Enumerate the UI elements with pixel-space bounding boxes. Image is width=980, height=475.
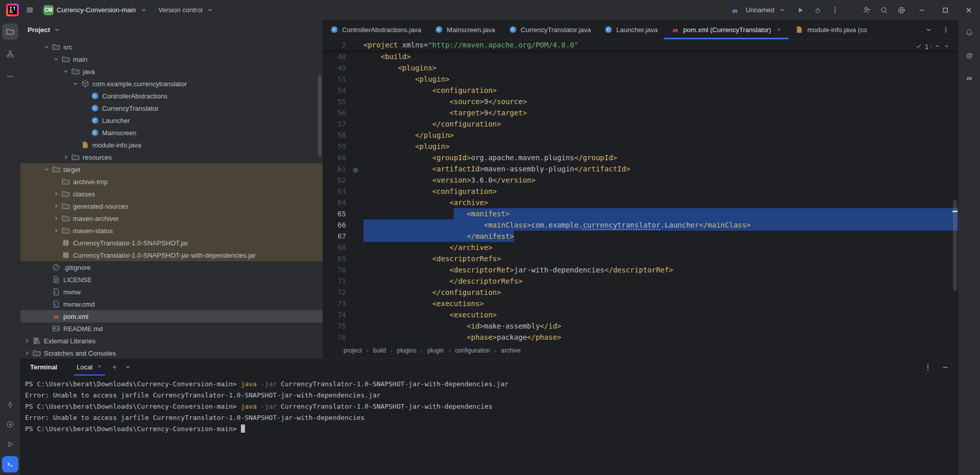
tree-item-com-example-currencytranslator[interactable]: com.example.currencytranslator [20,78,323,90]
tree-item-generated-sources[interactable]: generated-sources [20,200,323,212]
code-line[interactable]: 69 <descriptorRefs> [323,253,958,264]
close-tab-icon[interactable] [776,27,782,33]
run-tool-button[interactable] [2,436,18,453]
code-line[interactable]: 48 <build> [323,51,958,62]
window-maximize-button[interactable] [934,0,957,20]
code-line[interactable]: 67 </manifest> [323,231,958,242]
breadcrumb-build[interactable]: build [373,347,386,354]
commit-tool-button[interactable] [2,396,18,413]
project-tool-button[interactable] [2,23,18,40]
code-with-me-icon[interactable] [859,3,875,18]
breadcrumb-plugins[interactable]: plugins [397,347,416,354]
tree-item-module-info-java[interactable]: module-info.java [20,139,323,151]
tab-launcher-java[interactable]: CLauncher.java [598,20,665,39]
code-line[interactable]: 72 </configuration> [323,287,958,298]
code-line[interactable]: 68 </archive> [323,242,958,253]
tree-item-license[interactable]: LICENSE [20,273,323,286]
code-line[interactable]: 73 <executions> [323,298,958,309]
tab-mainscreen-java[interactable]: CMainscreen.java [428,20,502,39]
terminal-options-icon[interactable] [921,361,935,374]
tree-item-currencytranslator-1-0-snapshot-jar-with-dependencies-jar[interactable]: CurrencyTranslator-1.0-SNAPSHOT-jar-with… [20,249,323,261]
main-menu-icon[interactable] [21,3,38,18]
tree-item-src[interactable]: src [20,41,323,53]
tab-pom-xml-currencytranslator[interactable]: mpom.xml (CurrencyTranslator) [664,20,788,39]
tree-item-currencytranslator[interactable]: CCurrencyTranslator [20,102,323,114]
terminal-tool-button[interactable] [2,456,18,472]
tree-item-maven-archiver[interactable]: maven-archiver [20,212,323,224]
window-close-button[interactable] [958,0,980,20]
services-tool-button[interactable] [2,416,18,433]
breadcrumb-plugin[interactable]: plugin [427,347,444,354]
code-line[interactable]: 56 <target>9</target> [323,107,958,118]
tab-controllerabstractions-java[interactable]: CControllerAbstractions.java [323,20,428,39]
breadcrumb-configuration[interactable]: configuration [455,347,490,354]
new-terminal-icon[interactable] [108,361,121,374]
tree-item-mvnw[interactable]: mvnw [20,286,323,298]
code-line[interactable]: 66 <mainClass>com.example.currencytransl… [323,219,958,231]
code-line[interactable]: 59 <plugin> [323,141,958,152]
structure-tool-button[interactable] [2,46,18,62]
breadcrumb-project[interactable]: project [344,347,362,354]
code-line[interactable]: 65 <manifest> [323,208,958,219]
terminal-output[interactable]: PS C:\Users\berat\Downloads\Currency-Con… [20,376,958,475]
code-line[interactable]: 62 <version>3.6.0</version> [323,174,958,186]
chevron-open-icon[interactable] [42,165,51,174]
code-line[interactable]: 60 <groupId>org.apache.maven.plugins</gr… [323,152,958,163]
tree-item-external-libraries[interactable]: External Libraries [20,335,323,347]
chevron-open-icon[interactable] [61,67,70,76]
tab-module-info-java-co[interactable]: module-info.java (co [789,20,874,39]
chevron-closed-icon[interactable] [61,153,70,162]
chevron-open-icon[interactable] [71,79,80,88]
tree-item-classes[interactable]: classes [20,188,323,200]
debug-button[interactable] [810,3,826,18]
vcs-widget[interactable]: Version control [154,3,219,18]
code-line[interactable]: 49 <plugins> [323,62,958,73]
tree-item-target[interactable]: target [20,163,323,176]
run-config-selector[interactable]: m Unnamed [726,3,791,18]
code-line[interactable]: 64 <archive> [323,197,958,208]
tree-item-java[interactable]: java [20,65,323,78]
chevron-closed-icon[interactable] [52,189,61,198]
code-line[interactable]: 58 </plugin> [323,130,958,141]
tree-item-mvnw-cmd[interactable]: mvnw.cmd [20,298,323,310]
ai-assistant-icon[interactable]: @ [961,47,977,63]
next-issue-icon[interactable] [943,43,950,51]
chevron-closed-icon[interactable] [52,202,61,211]
tree-item-scratches-and-consoles[interactable]: Scratches and Consoles [20,347,323,358]
code-line[interactable]: 57 </configuration> [323,118,958,130]
tree-item-readme-md[interactable]: README.md [20,322,323,335]
tree-item-gitignore[interactable]: .gitignore [20,261,323,273]
breadcrumb-archive[interactable]: archive [501,347,521,354]
project-selector[interactable]: CM Currency-Conversion-main [39,3,153,18]
hide-terminal-icon[interactable] [939,361,952,374]
tree-item-pom-xml[interactable]: mpom.xml [20,310,323,322]
chevron-open-icon[interactable] [52,55,61,64]
terminal-tab-local[interactable]: Local [71,359,108,376]
project-panel-header[interactable]: Project [20,20,323,39]
chevron-closed-icon[interactable] [22,336,32,345]
tab-currencytranslator-java[interactable]: CCurrencyTranslator.java [502,20,598,39]
code-line[interactable]: 55 <source>9</source> [323,96,958,107]
tree-item-resources[interactable]: resources [20,151,323,163]
chevron-closed-icon[interactable] [22,348,32,358]
more-actions-icon[interactable] [827,3,843,18]
code-line[interactable]: 61 <artifactId>maven-assembly-plugin</ar… [323,163,958,174]
code-line[interactable]: 63 <configuration> [323,186,958,197]
run-button[interactable] [792,3,808,18]
tree-item-archive-tmp[interactable]: archive-tmp [20,176,323,188]
code-line[interactable]: 74 <execution> [323,309,958,320]
tree-item-currencytranslator-1-0-snapshot-jar[interactable]: CurrencyTranslator-1.0-SNAPSHOT.jar [20,237,323,249]
chevron-open-icon[interactable] [42,42,51,52]
notifications-bell-icon[interactable] [961,24,977,41]
search-everywhere-icon[interactable] [876,3,892,18]
code-line[interactable]: 75 <id>make-assembly</id> [323,320,958,332]
code-line[interactable]: 70 <descriptorRef>jar-with-dependencies<… [323,264,958,276]
tree-item-launcher[interactable]: CLauncher [20,114,323,127]
code-line[interactable]: 71 </descriptorRefs> [323,276,958,287]
editor-scrollbar[interactable] [953,200,957,291]
terminal-dropdown-icon[interactable] [121,361,134,374]
project-tree-scrollbar[interactable] [318,75,322,157]
settings-gear-icon[interactable] [893,3,910,18]
chevron-closed-icon[interactable] [52,226,61,235]
code-line[interactable]: 51 <plugin> [323,73,958,85]
